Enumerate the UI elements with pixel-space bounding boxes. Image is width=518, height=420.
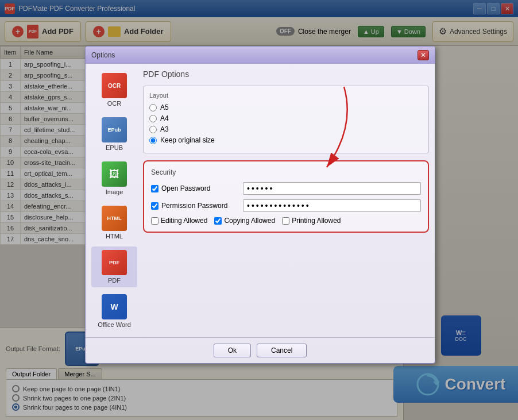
epub-label: EPUB xyxy=(106,144,123,151)
dialog-close-button[interactable]: ✕ xyxy=(418,50,429,60)
layout-a3-label: A3 xyxy=(160,125,169,133)
printing-allowed-item: Printing Allowed xyxy=(282,217,341,225)
sidebar-item-html[interactable]: HTML HTML xyxy=(91,202,137,243)
ocr-label: OCR xyxy=(107,100,121,107)
permission-password-label: Permission Password xyxy=(161,202,227,210)
html-icon: HTML xyxy=(102,206,127,231)
dialog-body: OCR OCR EPub EPUB 🖼 Image xyxy=(86,64,435,337)
permission-password-checkbox[interactable] xyxy=(151,202,159,210)
image-icon: 🖼 xyxy=(102,161,127,187)
printing-allowed-checkbox[interactable] xyxy=(282,217,289,225)
html-label: HTML xyxy=(106,233,123,240)
permissions-row: Editing Allowed Copying Allowed Printing… xyxy=(151,217,421,225)
layout-section: Layout A5 A4 A3 Keep or xyxy=(143,86,429,153)
editing-allowed-item: Editing Allowed xyxy=(151,217,207,225)
ok-button[interactable]: Ok xyxy=(214,344,251,357)
image-label: Image xyxy=(106,188,123,195)
layout-original-row: Keep original size xyxy=(149,136,423,144)
permission-password-row: Permission Password xyxy=(151,199,421,212)
sidebar-item-pdf[interactable]: PDF PDF xyxy=(91,246,137,287)
sidebar-item-ocr[interactable]: OCR OCR xyxy=(91,70,137,110)
sidebar-item-word[interactable]: W Office Word xyxy=(91,291,137,332)
dialog-title-text: Options xyxy=(91,51,115,59)
layout-a5-radio[interactable] xyxy=(149,104,157,111)
sidebar-item-epub[interactable]: EPub EPUB xyxy=(91,114,137,155)
word-label: Office Word xyxy=(98,321,131,328)
pdf-sidebar-icon: PDF xyxy=(102,250,127,275)
layout-a3-row: A3 xyxy=(149,125,423,133)
epub-icon: EPub xyxy=(102,117,127,142)
printing-allowed-label: Printing Allowed xyxy=(292,217,341,225)
permission-password-label-wrap: Permission Password xyxy=(151,202,243,210)
security-title: Security xyxy=(151,168,421,176)
open-password-label-wrap: Open Password xyxy=(151,184,243,192)
dialog-title-bar: Options ✕ xyxy=(86,47,435,64)
cancel-button[interactable]: Cancel xyxy=(257,344,307,357)
pdf-options-title: PDF Options xyxy=(143,70,429,79)
copying-allowed-item: Copying Allowed xyxy=(214,217,275,225)
layout-a4-row: A4 xyxy=(149,114,423,122)
options-dialog: Options ✕ OCR OCR EPub EPUB xyxy=(85,46,435,364)
layout-a5-row: A5 xyxy=(149,103,423,111)
dialog-sidebar: OCR OCR EPub EPUB 🖼 Image xyxy=(91,70,137,332)
pdf-label: PDF xyxy=(108,277,121,284)
open-password-input[interactable] xyxy=(243,182,421,195)
layout-label: Layout xyxy=(149,92,423,99)
dialog-buttons: Ok Cancel xyxy=(86,337,435,363)
layout-a3-radio[interactable] xyxy=(149,126,157,133)
permission-password-input[interactable] xyxy=(243,199,421,212)
open-password-checkbox[interactable] xyxy=(151,185,159,192)
ocr-icon: OCR xyxy=(102,73,127,98)
copying-allowed-checkbox[interactable] xyxy=(214,217,222,225)
word-icon: W xyxy=(102,294,127,319)
sidebar-item-image[interactable]: 🖼 Image xyxy=(91,158,137,199)
security-section: Security Open Password xyxy=(143,160,429,233)
layout-a4-label: A4 xyxy=(160,114,169,122)
editing-allowed-checkbox[interactable] xyxy=(151,217,159,225)
open-password-label: Open Password xyxy=(161,184,210,192)
editing-allowed-label: Editing Allowed xyxy=(161,217,207,225)
copying-allowed-label: Copying Allowed xyxy=(224,217,275,225)
layout-a5-label: A5 xyxy=(160,103,169,111)
dialog-overlay: Options ✕ OCR OCR EPub EPUB xyxy=(0,0,518,420)
dialog-main-content: PDF Options Layout A5 A4 A3 xyxy=(143,70,429,332)
layout-a4-radio[interactable] xyxy=(149,115,157,122)
open-password-row: Open Password xyxy=(151,182,421,195)
layout-original-radio[interactable] xyxy=(149,137,157,144)
layout-original-label: Keep original size xyxy=(160,136,215,144)
